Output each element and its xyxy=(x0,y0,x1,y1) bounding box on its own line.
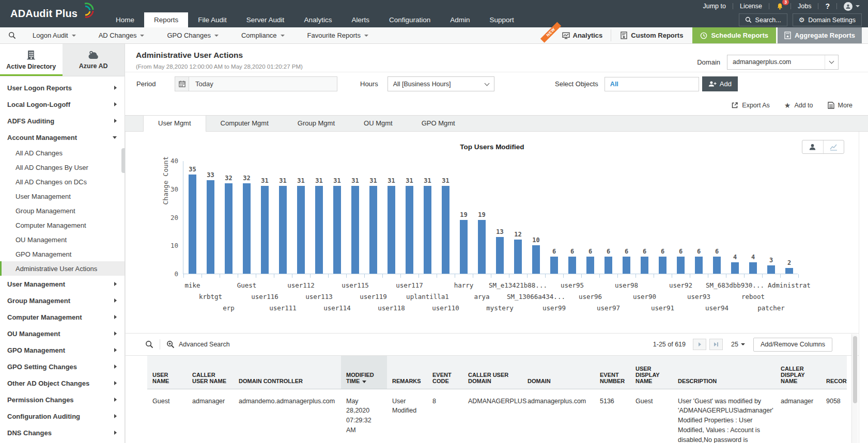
user-menu[interactable] xyxy=(844,2,860,11)
tab-gpo-mgmt[interactable]: GPO Mgmt xyxy=(407,116,470,131)
export-as-button[interactable]: Export As xyxy=(731,102,770,109)
sidebar-item-all-ad-changes[interactable]: All AD Changes xyxy=(0,146,125,160)
analytics-menu[interactable]: NEW Analytics xyxy=(546,27,611,43)
more-document-icon xyxy=(828,102,834,109)
add-objects-button[interactable]: Add xyxy=(702,76,738,91)
tab-user-mgmt[interactable]: User Mgmt xyxy=(143,116,206,132)
sidebar-item-computer-management[interactable]: Computer Management xyxy=(0,218,125,232)
chart-bar xyxy=(605,257,612,274)
sidebar-item-ou-management[interactable]: OU Management xyxy=(0,232,125,247)
sidebar-collapse-handle[interactable] xyxy=(121,148,125,173)
col-header-event-code[interactable]: EVENT CODE xyxy=(427,356,463,389)
tab-azure-ad[interactable]: Azure AD xyxy=(63,44,125,76)
sidebar-item-other-ad-object-changes[interactable]: Other AD Object Changes xyxy=(0,375,125,391)
schedule-reports-button[interactable]: Schedule Reports xyxy=(692,27,776,43)
sidebar-item-all-ad-changes-on-dcs[interactable]: All AD Changes on DCs xyxy=(0,175,125,189)
toolbar-menu-logon-audit[interactable]: Logon Audit xyxy=(21,27,87,44)
domain-settings-button[interactable]: ⚙ Domain Settings xyxy=(793,13,862,26)
sidebar-item-group-management[interactable]: Group Management xyxy=(0,203,125,218)
col-header-domain-controller[interactable]: DOMAIN CONTROLLER xyxy=(234,356,341,389)
sidebar-item-user-management[interactable]: User Management xyxy=(0,189,125,203)
toolbar-menu-ad-changes[interactable]: AD Changes xyxy=(87,27,156,44)
sidebar-item-configuration-auditing[interactable]: Configuration Auditing xyxy=(0,408,125,424)
col-header-user-name[interactable]: USER NAME xyxy=(147,356,187,389)
table-scrollbar[interactable] xyxy=(851,334,858,443)
tab-group-mgmt[interactable]: Group Mgmt xyxy=(283,116,349,131)
x-axis-label: user110 xyxy=(432,304,459,312)
jobs-link[interactable]: Jobs xyxy=(798,3,811,10)
sidebar-item-adfs-auditing[interactable]: ADFS Auditing xyxy=(0,113,125,129)
nav-item-support[interactable]: Support xyxy=(480,12,524,27)
col-header-caller-user-name[interactable]: CALLER USER NAME xyxy=(187,356,234,389)
domain-select[interactable]: admanagerplus.com xyxy=(727,55,839,70)
sidebar-item-all-ad-changes-by-user[interactable]: All AD Changes By User xyxy=(0,160,125,175)
col-header-user-display-name[interactable]: USER DISPLAY NAME xyxy=(630,356,673,389)
col-header-domain[interactable]: DOMAIN xyxy=(522,356,595,389)
period-input[interactable]: Today xyxy=(189,76,337,91)
x-axis-tick xyxy=(527,274,528,278)
custom-reports-menu[interactable]: Custom Reports xyxy=(611,27,692,43)
nav-item-file-audit[interactable]: File Audit xyxy=(188,12,237,27)
bar-value-label: 32 xyxy=(243,175,250,182)
toolbar-menu-gpo-changes[interactable]: GPO Changes xyxy=(156,27,230,44)
report-search-button[interactable] xyxy=(8,31,16,39)
page-size-select[interactable]: 25 xyxy=(731,341,745,348)
next-page-button[interactable] xyxy=(693,339,706,350)
tab-ou-mgmt[interactable]: OU Mgmt xyxy=(349,116,407,131)
last-page-button[interactable] xyxy=(709,339,723,350)
col-header-description[interactable]: DESCRIPTION xyxy=(673,356,776,389)
line-chart-toggle-button[interactable] xyxy=(823,140,844,153)
help-button[interactable]: ? xyxy=(825,2,830,10)
divider xyxy=(733,3,733,9)
sidebar-item-administrative-user-actions[interactable]: Administrative User Actions xyxy=(0,261,125,276)
sidebar-item-local-logon-logoff[interactable]: Local Logon-Logoff xyxy=(0,96,125,113)
hours-select[interactable]: All [Business Hours] xyxy=(388,76,494,91)
scrollbar-handle[interactable] xyxy=(853,336,857,403)
col-header-remarks[interactable]: REMARKS xyxy=(387,356,427,389)
sidebar-item-gpo-management[interactable]: GPO Management xyxy=(0,342,125,358)
app-logo[interactable]: ADAudit Plus xyxy=(0,0,106,27)
col-header-caller-user-domain[interactable]: CALLER USER DOMAIN xyxy=(463,356,522,389)
col-header-event-number[interactable]: EVENT NUMBER xyxy=(595,356,630,389)
nav-item-alerts[interactable]: Alerts xyxy=(342,12,379,27)
more-button[interactable]: More xyxy=(828,102,853,109)
advanced-search-button[interactable]: Advanced Search xyxy=(166,340,230,349)
nav-item-admin[interactable]: Admin xyxy=(440,12,479,27)
tab-computer-mgmt[interactable]: Computer Mgmt xyxy=(206,116,283,131)
license-link[interactable]: License xyxy=(740,3,762,10)
jump-to-link[interactable]: Jump to xyxy=(703,3,725,10)
nav-item-home[interactable]: Home xyxy=(106,12,144,27)
col-header-caller-display-name[interactable]: CALLER DISPLAY NAME xyxy=(776,356,821,389)
user-chart-toggle-button[interactable] xyxy=(802,140,823,153)
toolbar-menu-compliance[interactable]: Compliance xyxy=(230,27,296,44)
calendar-button[interactable] xyxy=(175,76,189,91)
sidebar-item-computer-management[interactable]: Computer Management xyxy=(0,309,125,325)
add-to-button[interactable]: ★ Add to xyxy=(784,102,813,109)
nav-item-server-audit[interactable]: Server Audit xyxy=(237,12,295,27)
global-search-button[interactable]: Search... xyxy=(739,13,787,26)
x-axis-label: user96 xyxy=(579,293,602,300)
sidebar-item-ou-management[interactable]: OU Management xyxy=(0,325,125,342)
sidebar-item-user-logon-reports[interactable]: User Logon Reports xyxy=(0,80,125,96)
nav-item-configuration[interactable]: Configuration xyxy=(379,12,440,27)
notifications-button[interactable]: 3 xyxy=(776,3,784,10)
sidebar-item-dns-changes[interactable]: DNS Changes xyxy=(0,424,125,441)
col-header-record-number[interactable]: RECORD NUMBER xyxy=(821,356,847,389)
sidebar-item-gpo-setting-changes[interactable]: GPO Setting Changes xyxy=(0,358,125,375)
table-search-button[interactable] xyxy=(145,340,153,349)
select-objects-input[interactable]: All xyxy=(605,77,699,91)
nav-item-reports[interactable]: Reports xyxy=(144,12,188,27)
sidebar-item-group-management[interactable]: Group Management xyxy=(0,292,125,309)
aggregate-reports-button[interactable]: Aggregate Reports xyxy=(778,27,862,43)
col-header-label: RECORD NUMBER xyxy=(826,378,847,384)
bar-value-label: 4 xyxy=(751,254,755,261)
sidebar-item-account-management[interactable]: Account Management xyxy=(0,129,125,146)
toolbar-menu-favourite-reports[interactable]: Favourite Reports xyxy=(296,27,380,44)
sidebar-item-permission-changes[interactable]: Permission Changes xyxy=(0,391,125,408)
sidebar-item-user-management[interactable]: User Management xyxy=(0,276,125,292)
tab-active-directory[interactable]: Active Directory xyxy=(0,44,63,76)
add-remove-columns-button[interactable]: Add/Remove Columns xyxy=(753,338,832,352)
sidebar-item-gpo-management[interactable]: GPO Management xyxy=(0,247,125,261)
nav-item-analytics[interactable]: Analytics xyxy=(294,12,342,27)
col-header-modified-time[interactable]: MODIFIED TIME xyxy=(341,356,387,389)
